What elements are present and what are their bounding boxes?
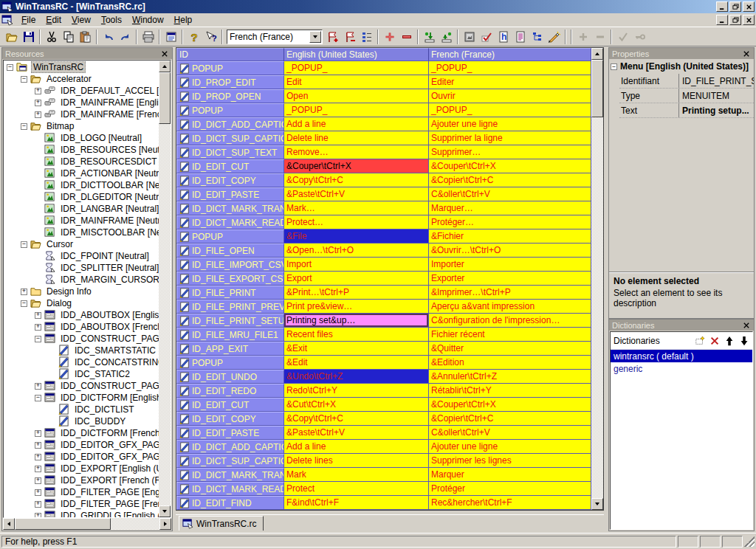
tree-item-idb_resources[interactable]: IDB_RESOURCES [Neutral]	[4, 144, 159, 156]
french-cell[interactable]: C&oller\tCtrl+V	[429, 187, 591, 201]
properties-panel-header[interactable]: Properties	[609, 48, 754, 59]
resources-close-icon[interactable]	[160, 49, 169, 58]
auto-translate-icon[interactable]	[546, 29, 563, 45]
expand-icon[interactable]: +	[35, 477, 41, 484]
id-cell[interactable]: ID_DICT_MARK_READ…	[176, 482, 284, 496]
property-value[interactable]: ID_FILE_PRINT_SETUP	[678, 74, 754, 88]
french-cell[interactable]: Ajouter une ligne	[429, 117, 591, 131]
english-cell[interactable]: Delete lines	[284, 454, 429, 468]
id-cell[interactable]: ID_DICT_ADD_CAPTION	[176, 117, 284, 131]
tree-hscroll-thumb[interactable]	[15, 518, 111, 530]
dictionaries-panel-header[interactable]: Dictionaries	[609, 320, 754, 331]
scroll-up-icon[interactable]	[159, 61, 171, 72]
id-cell[interactable]: ID_EDIT_COPY	[176, 173, 284, 187]
french-cell[interactable]: Rétablir\tCtrl+Y	[429, 384, 591, 398]
move-down-icon[interactable]	[739, 336, 749, 346]
french-cell[interactable]: Ouvrir	[429, 89, 591, 103]
english-cell[interactable]: &Paste\tCtrl+V	[284, 187, 429, 201]
english-cell[interactable]: &Copy\tCtrl+C	[284, 173, 429, 187]
tree-item-idd_dictform[interactable]: +IDD_DICTFORM [French (Fr	[4, 427, 159, 439]
export-csv-icon[interactable]	[438, 29, 455, 45]
tree-item-idc_splitter[interactable]: IDC_SPLITTER [Neutral]	[4, 262, 159, 274]
tree-item-idd_aboutbox[interactable]: +IDD_ABOUTBOX [English (U	[4, 309, 159, 321]
expand-icon[interactable]: +	[35, 88, 41, 94]
column-header-french[interactable]: French (France)	[429, 48, 591, 61]
collapse-icon[interactable]: −	[7, 64, 13, 71]
french-cell[interactable]: Aperçu a&vant impression	[429, 300, 591, 314]
undo-icon[interactable]	[100, 29, 117, 45]
english-cell[interactable]: &Exit	[284, 342, 429, 356]
resize-grip[interactable]	[744, 536, 755, 547]
english-cell[interactable]: &Cut\tCtrl+X	[284, 398, 429, 412]
expand-icon[interactable]: +	[35, 111, 41, 118]
menu-tools[interactable]: Tools	[96, 13, 127, 27]
english-cell[interactable]: Recent files	[284, 328, 429, 342]
tree-item-idr_dlgeditor[interactable]: IDR_DLGEDITOR [Neutral]	[4, 191, 159, 203]
properties-group-header[interactable]: − Menu [English (United States)]	[609, 59, 754, 74]
expand-icon[interactable]: +	[35, 312, 41, 319]
tree-item-idc_dictlist[interactable]: IDC_DICTLIST	[4, 404, 159, 415]
collapse-icon[interactable]: −	[35, 395, 41, 401]
menu-window[interactable]: Window	[127, 13, 169, 27]
id-cell[interactable]: POPUP	[176, 229, 284, 244]
expand-icon[interactable]: +	[35, 100, 41, 106]
close-button[interactable]	[743, 1, 755, 12]
english-cell[interactable]: F&ind\tCtrl+F	[284, 496, 429, 510]
french-cell[interactable]: &Couper\tCtrl+X	[429, 159, 591, 173]
tree-item-dialog[interactable]: −Dialog	[4, 297, 159, 309]
html-help-icon[interactable]: h	[495, 29, 512, 45]
id-cell[interactable]: ID_FILE_IMPORT_CSV	[176, 258, 284, 272]
id-cell[interactable]: POPUP	[176, 61, 284, 75]
id-cell[interactable]: ID_APP_EXIT	[176, 342, 284, 356]
combo-dropdown-icon[interactable]	[309, 31, 321, 43]
grid-vertical-scrollbar[interactable]	[591, 48, 603, 510]
id-cell[interactable]: ID_DICT_SUP_CAPTION	[176, 454, 284, 468]
french-cell[interactable]: Editer	[429, 75, 591, 89]
id-cell[interactable]: ID_FILE_EXPORT_CSV	[176, 272, 284, 286]
mdi-restore-button[interactable]	[729, 15, 741, 25]
scroll-left-icon[interactable]	[3, 518, 15, 530]
tree-item-idd_editor_gfx_page[interactable]: +IDD_EDITOR_GFX_PAGE [E	[4, 439, 159, 451]
tree-item-idd_construct_page[interactable]: −IDD_CONSTRUCT_PAGE [En	[4, 333, 159, 345]
english-cell[interactable]: &Undo\tCtrl+Z	[284, 370, 429, 384]
scroll-down-icon[interactable]	[591, 498, 603, 510]
dictionary-item-wintransrc[interactable]: wintransrc ( default )	[611, 350, 752, 362]
english-cell[interactable]: &Edit	[284, 356, 429, 370]
english-cell[interactable]: Print pre&view…	[284, 300, 429, 314]
copy-icon[interactable]	[60, 29, 77, 45]
french-cell[interactable]: _POPUP_	[429, 61, 591, 75]
english-cell[interactable]: Mark	[284, 468, 429, 482]
tree-item-bitmap[interactable]: −Bitmap	[4, 120, 159, 132]
english-cell[interactable]: Protect	[284, 482, 429, 496]
paste-icon[interactable]	[77, 29, 94, 45]
id-cell[interactable]: ID_PROP_EDIT	[176, 75, 284, 89]
french-cell[interactable]: &Copier\tCtrl+C	[429, 173, 591, 187]
french-cell[interactable]: C&onfiguration de l'impression…	[429, 314, 591, 328]
id-cell[interactable]: ID_FILE_OPEN	[176, 244, 284, 258]
french-cell[interactable]: Protéger…	[429, 215, 591, 229]
scroll-down-icon[interactable]	[159, 505, 171, 517]
tree-item-idd_construct_page[interactable]: +IDD_CONSTRUCT_PAGE [Fr	[4, 380, 159, 392]
id-cell[interactable]: POPUP	[176, 103, 284, 117]
cut-icon[interactable]	[43, 29, 60, 45]
id-cell[interactable]: ID_EDIT_UNDO	[176, 370, 284, 384]
id-cell[interactable]: ID_EDIT_FIND	[176, 496, 284, 510]
menu-help[interactable]: Help	[169, 13, 198, 27]
id-cell[interactable]: ID_PROP_OPEN	[176, 89, 284, 103]
tree-item-idr_mainframe[interactable]: +IDR_MAINFRAME [French (	[4, 108, 159, 120]
expand-icon[interactable]: +	[35, 501, 41, 508]
tree-item-idb_resourcesdict[interactable]: IDB_RESOURCESDICT [Neu	[4, 156, 159, 168]
id-cell[interactable]: ID_EDIT_CUT	[176, 159, 284, 173]
column-header-english[interactable]: English (United States)	[284, 48, 429, 61]
expand-icon[interactable]: +	[35, 454, 41, 460]
mdi-close-button[interactable]	[743, 15, 755, 25]
menu-file[interactable]: File	[16, 13, 41, 27]
english-cell[interactable]: &Print…\tCtrl+P	[284, 286, 429, 300]
scroll-right-icon[interactable]	[159, 518, 171, 530]
expand-icon[interactable]: +	[35, 430, 41, 437]
english-cell[interactable]: Add a line	[284, 117, 429, 131]
french-cell[interactable]: Supprimer la ligne	[429, 131, 591, 145]
add-language-icon[interactable]	[324, 29, 341, 45]
french-cell[interactable]: Importer	[429, 258, 591, 272]
tree-item-idr_misctoolbar[interactable]: IDR_MISCTOOLBAR [Neutra	[4, 227, 159, 238]
